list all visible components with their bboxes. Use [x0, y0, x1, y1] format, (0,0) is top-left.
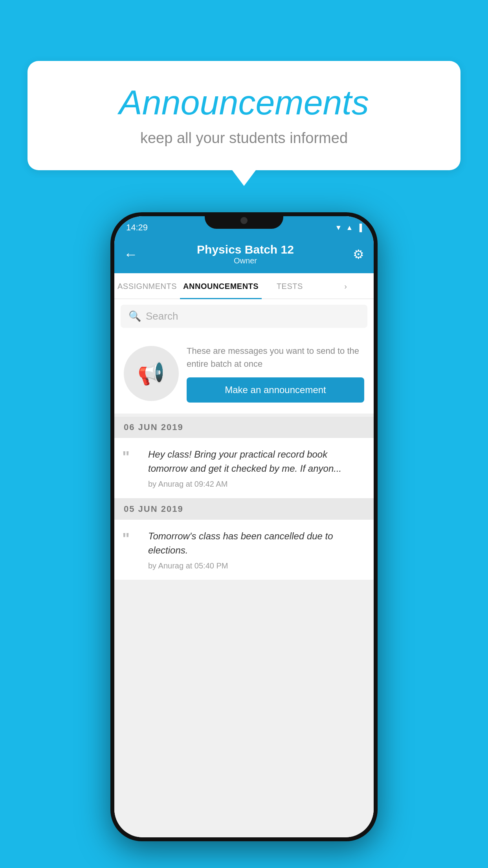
date-separator-1: 06 JUN 2019 — [114, 417, 374, 438]
search-bar[interactable]: 🔍 Search — [121, 305, 367, 328]
speech-bubble-card: Announcements keep all your students inf… — [28, 61, 460, 170]
quote-icon-1: " — [122, 449, 142, 465]
tab-tests[interactable]: TESTS — [262, 273, 317, 298]
search-placeholder: Search — [146, 310, 178, 322]
promo-right: These are messages you want to send to t… — [187, 344, 364, 403]
content-area: 🔍 Search 📢 These are messages you want t… — [114, 299, 374, 837]
speech-bubble-section: Announcements keep all your students inf… — [28, 61, 460, 186]
phone-notch — [205, 212, 283, 229]
announcement-meta-1: by Anurag at 09:42 AM — [148, 480, 366, 489]
tab-more[interactable]: › — [318, 273, 374, 298]
signal-icon: ▲ — [346, 224, 353, 232]
promo-description: These are messages you want to send to t… — [187, 344, 364, 370]
camera — [240, 217, 248, 224]
bubble-title: Announcements — [51, 83, 437, 123]
announcement-promo: 📢 These are messages you want to send to… — [114, 333, 374, 414]
quote-icon-2: " — [122, 531, 142, 546]
search-icon: 🔍 — [128, 310, 141, 322]
header-subtitle: Owner — [197, 256, 294, 265]
tab-assignments[interactable]: ASSIGNMENTS — [114, 273, 180, 298]
screen-content: 14:29 ▼ ▲ ▐ ← Physics Batch 12 Owner ⚙ A… — [114, 216, 374, 837]
announcement-item-1[interactable]: " Hey class! Bring your practical record… — [114, 438, 374, 498]
back-button[interactable]: ← — [124, 246, 138, 263]
megaphone-icon: 📢 — [138, 360, 165, 386]
announcement-item-2[interactable]: " Tomorrow's class has been cancelled du… — [114, 520, 374, 580]
announcement-meta-2: by Anurag at 05:40 PM — [148, 561, 366, 570]
phone-screen: 14:29 ▼ ▲ ▐ ← Physics Batch 12 Owner ⚙ A… — [114, 216, 374, 837]
status-time: 14:29 — [126, 223, 148, 233]
header-title: Physics Batch 12 — [197, 243, 294, 256]
announcement-text-1: Hey class! Bring your practical record b… — [148, 447, 366, 476]
search-container: 🔍 Search — [114, 299, 374, 333]
bubble-subtitle: keep all your students informed — [51, 130, 437, 147]
announcement-text-2: Tomorrow's class has been cancelled due … — [148, 529, 366, 557]
phone-mockup: 14:29 ▼ ▲ ▐ ← Physics Batch 12 Owner ⚙ A… — [110, 212, 378, 841]
announcement-content-1: Hey class! Bring your practical record b… — [148, 447, 366, 489]
tab-announcements[interactable]: ANNOUNCEMENTS — [180, 273, 262, 299]
megaphone-circle: 📢 — [124, 346, 179, 401]
make-announcement-button[interactable]: Make an announcement — [187, 377, 364, 403]
tabs-bar: ASSIGNMENTS ANNOUNCEMENTS TESTS › — [114, 273, 374, 299]
speech-bubble-arrow — [232, 170, 256, 186]
settings-icon[interactable]: ⚙ — [353, 247, 364, 262]
header-center: Physics Batch 12 Owner — [197, 243, 294, 265]
wifi-icon: ▼ — [335, 224, 342, 232]
status-icons: ▼ ▲ ▐ — [335, 224, 362, 232]
app-header: ← Physics Batch 12 Owner ⚙ — [114, 236, 374, 273]
announcement-content-2: Tomorrow's class has been cancelled due … — [148, 529, 366, 570]
date-separator-2: 05 JUN 2019 — [114, 498, 374, 520]
battery-icon: ▐ — [357, 224, 362, 232]
